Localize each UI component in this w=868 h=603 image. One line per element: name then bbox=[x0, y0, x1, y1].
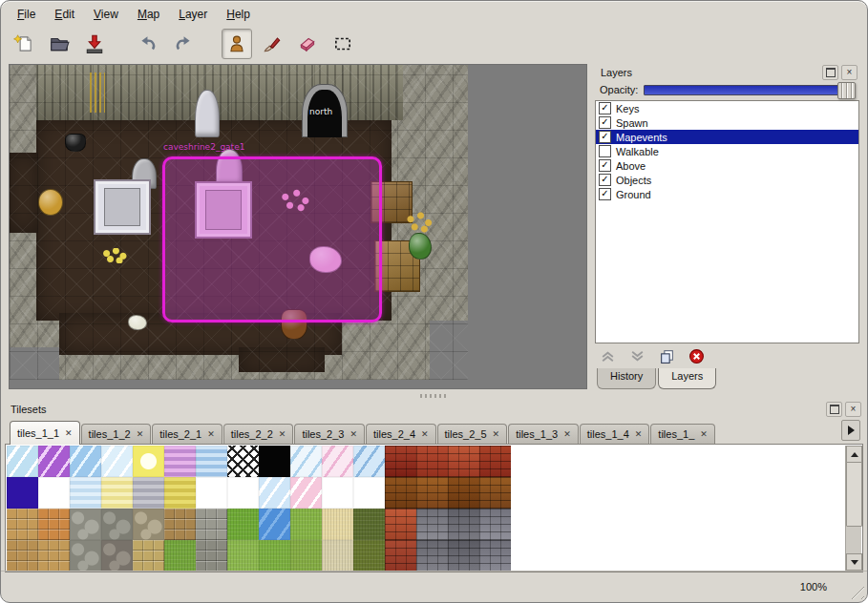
palette-tile[interactable] bbox=[385, 540, 416, 572]
undo-button[interactable] bbox=[133, 29, 163, 59]
object-tool-button[interactable] bbox=[222, 29, 252, 59]
opacity-slider[interactable] bbox=[644, 85, 855, 95]
palette-tile[interactable] bbox=[101, 446, 133, 477]
layer-visibility-checkbox[interactable]: ✓ bbox=[599, 188, 611, 200]
float-button[interactable] bbox=[826, 402, 842, 417]
menu-layer[interactable]: Layer bbox=[172, 6, 214, 23]
palette-tile[interactable] bbox=[38, 446, 70, 477]
layer-visibility-checkbox[interactable]: ✓ bbox=[599, 174, 611, 186]
resize-grip[interactable] bbox=[851, 586, 864, 599]
tileset-tab-tiles_1_1[interactable]: tiles_1_1✕ bbox=[10, 421, 80, 445]
palette-tile[interactable] bbox=[448, 540, 479, 572]
menu-map[interactable]: Map bbox=[131, 6, 166, 23]
palette-tile[interactable] bbox=[322, 540, 353, 572]
palette-tile[interactable] bbox=[479, 540, 511, 572]
close-tab-icon[interactable]: ✕ bbox=[700, 430, 708, 439]
layer-row-spawn[interactable]: ✓Spawn bbox=[596, 115, 858, 130]
palette-tile[interactable] bbox=[322, 446, 353, 477]
palette-tile[interactable] bbox=[38, 477, 70, 509]
eraser-tool-button[interactable] bbox=[292, 29, 323, 59]
palette-tile[interactable] bbox=[385, 477, 416, 509]
layer-visibility-checkbox[interactable]: ✓ bbox=[599, 102, 611, 114]
close-tab-icon[interactable]: ✕ bbox=[137, 430, 144, 439]
tileset-tab-tiles_1_[interactable]: tiles_1_✕ bbox=[650, 424, 714, 444]
palette-tile[interactable] bbox=[416, 446, 448, 477]
menu-edit[interactable]: Edit bbox=[48, 6, 81, 23]
palette-tile[interactable] bbox=[133, 509, 164, 540]
palette-tile[interactable] bbox=[385, 509, 416, 540]
open-button[interactable] bbox=[44, 29, 74, 59]
palette-tile[interactable] bbox=[196, 446, 227, 477]
palette-tile[interactable] bbox=[196, 540, 227, 572]
palette-tile[interactable] bbox=[227, 509, 259, 540]
layer-row-mapevents[interactable]: ✓Mapevents bbox=[596, 130, 858, 144]
layer-row-objects[interactable]: ✓Objects bbox=[596, 173, 858, 187]
scroll-up-icon[interactable] bbox=[846, 446, 862, 463]
tileset-tab-tiles_1_4[interactable]: tiles_1_4✕ bbox=[580, 424, 650, 444]
palette-tile[interactable] bbox=[290, 540, 322, 572]
layer-row-walkable[interactable]: Walkable bbox=[596, 144, 858, 158]
palette-tile[interactable] bbox=[133, 540, 164, 572]
palette-tile[interactable] bbox=[164, 509, 196, 540]
new-map-button[interactable] bbox=[9, 29, 39, 59]
map-selection[interactable] bbox=[162, 156, 382, 322]
palette-tile[interactable] bbox=[70, 540, 101, 572]
palette-tile[interactable] bbox=[353, 509, 385, 540]
palette-tile[interactable] bbox=[227, 446, 259, 477]
palette-tile[interactable] bbox=[7, 446, 38, 477]
dock-tab-layers[interactable]: Layers bbox=[658, 368, 716, 389]
palette-tile[interactable] bbox=[479, 509, 511, 540]
palette-tile[interactable] bbox=[70, 446, 101, 477]
layer-row-keys[interactable]: ✓Keys bbox=[596, 101, 858, 115]
close-button[interactable]: × bbox=[841, 65, 857, 80]
palette-tile[interactable] bbox=[259, 446, 290, 477]
layer-visibility-checkbox[interactable]: ✓ bbox=[599, 131, 611, 143]
close-tab-icon[interactable]: ✕ bbox=[65, 429, 73, 438]
palette-tile[interactable] bbox=[164, 540, 196, 572]
palette-tile[interactable] bbox=[290, 477, 322, 509]
palette-tile[interactable] bbox=[259, 540, 290, 572]
menu-file[interactable]: File bbox=[11, 6, 42, 23]
horizontal-splitter[interactable] bbox=[1, 391, 867, 400]
palette-tile[interactable] bbox=[290, 509, 322, 540]
palette-tile[interactable] bbox=[385, 446, 416, 477]
palette-tile[interactable] bbox=[196, 477, 227, 509]
tileset-tab-tiles_2_2[interactable]: tiles_2_2✕ bbox=[223, 424, 294, 444]
palette-tile[interactable] bbox=[416, 477, 448, 509]
menu-view[interactable]: View bbox=[87, 6, 125, 23]
close-tab-icon[interactable]: ✕ bbox=[493, 430, 500, 439]
palette-tile[interactable] bbox=[164, 477, 196, 509]
palette-tile[interactable] bbox=[448, 477, 479, 509]
layer-row-ground[interactable]: ✓Ground bbox=[596, 187, 858, 201]
close-tab-icon[interactable]: ✕ bbox=[349, 430, 357, 439]
menu-help[interactable]: Help bbox=[220, 6, 257, 23]
palette-tile[interactable] bbox=[227, 540, 259, 572]
palette-scrollbar[interactable] bbox=[845, 446, 861, 571]
duplicate-layer-button[interactable] bbox=[658, 347, 675, 364]
palette-tile[interactable] bbox=[479, 446, 511, 477]
palette-tile[interactable] bbox=[322, 509, 353, 540]
opacity-slider-handle[interactable] bbox=[837, 82, 856, 99]
close-tab-icon[interactable]: ✕ bbox=[207, 430, 215, 439]
palette-tile[interactable] bbox=[448, 509, 479, 540]
palette-tile[interactable] bbox=[7, 540, 38, 572]
palette-tile[interactable] bbox=[164, 446, 196, 477]
palette-tile[interactable] bbox=[353, 446, 385, 477]
next-tab-button[interactable] bbox=[841, 420, 860, 441]
palette-tile[interactable] bbox=[290, 446, 322, 477]
palette-tile[interactable] bbox=[101, 540, 133, 572]
save-button[interactable] bbox=[79, 29, 110, 59]
palette-tile[interactable] bbox=[353, 540, 385, 572]
lower-layer-button[interactable] bbox=[628, 347, 646, 364]
tileset-tab-tiles_1_2[interactable]: tiles_1_2✕ bbox=[81, 424, 152, 444]
layer-visibility-checkbox[interactable]: ✓ bbox=[599, 159, 611, 172]
palette-tile[interactable] bbox=[448, 446, 479, 477]
brush-tool-button[interactable] bbox=[257, 29, 287, 59]
palette-tile[interactable] bbox=[479, 477, 511, 509]
palette-tile[interactable] bbox=[70, 477, 101, 509]
delete-layer-button[interactable] bbox=[688, 347, 705, 364]
palette-tile[interactable] bbox=[101, 477, 133, 509]
close-button[interactable]: × bbox=[845, 402, 861, 417]
palette-tile[interactable] bbox=[7, 509, 38, 540]
select-tool-button[interactable] bbox=[328, 29, 358, 59]
